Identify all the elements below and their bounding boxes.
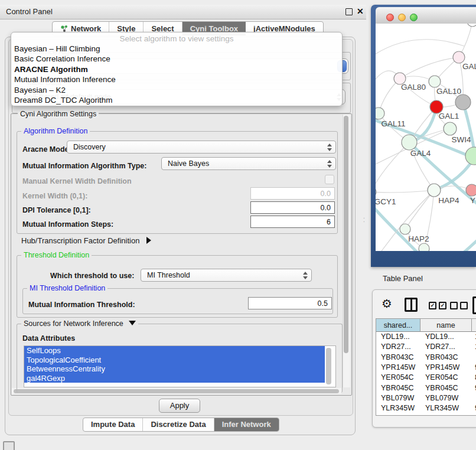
table-cell: YIL052C — [425, 414, 454, 416]
network-node-gal10[interactable] — [429, 76, 441, 87]
column-header-name[interactable]: name — [420, 319, 472, 332]
table-panel-window: ⚙ ✓ ✓ shared... name YDL19...YDL19...13Y… — [372, 289, 476, 428]
tab-infer-network[interactable]: Infer Network — [214, 418, 279, 431]
gear-icon[interactable]: ⚙ — [382, 296, 392, 311]
network-window-titlebar[interactable] — [376, 7, 476, 24]
network-node-swi4[interactable] — [444, 122, 457, 135]
checked-box-icon[interactable]: ✓ — [429, 302, 436, 309]
network-node-gal11[interactable] — [376, 107, 384, 119]
attribute-item-topologicalcoefficient[interactable]: TopologicalCoefficient — [24, 356, 325, 365]
network-node-y[interactable] — [466, 184, 476, 196]
network-node[interactable] — [419, 243, 429, 251]
algorithm-definition-title: Algorithm Definition — [21, 127, 90, 135]
algorithm-option-basic-correlation-inference[interactable]: Basic Correlation Inference — [11, 54, 342, 64]
mi-steps-field[interactable]: 6 — [250, 216, 335, 228]
network-node[interactable] — [465, 147, 476, 165]
expander-arrow-right-icon[interactable] — [146, 237, 151, 244]
network-node[interactable] — [467, 24, 476, 27]
algorithm-option-mutual-information-inference[interactable]: Mutual Information Inference — [11, 74, 342, 84]
table-row[interactable]: YLR345WYLR345W9. — [376, 403, 476, 413]
close-icon[interactable]: ✕ — [357, 6, 364, 16]
table-cell: YLR345W — [425, 404, 459, 412]
mi-steps-label: Mutual Information Steps: — [22, 220, 113, 229]
attribute-item-gal4rgexp[interactable]: gal4RGexp — [24, 374, 325, 383]
network-node-hap2[interactable] — [400, 224, 410, 234]
splitter-handle[interactable]: ∙∙ — [363, 216, 366, 223]
table-row[interactable]: YBR043CYBR043C — [376, 353, 476, 363]
table-cell: YBL079W — [381, 394, 414, 402]
column-header-shared-name[interactable]: shared... — [376, 319, 420, 332]
network-edge[interactable] — [400, 57, 459, 79]
network-node-gcy1[interactable] — [376, 187, 376, 197]
table-cell: YBR045C — [381, 384, 414, 392]
zoom-traffic-light-icon[interactable] — [410, 14, 418, 21]
list-vertical-scrollbar-thumb[interactable] — [326, 348, 331, 384]
kernel-width-label: Kernel Width (0,1): — [22, 192, 87, 200]
collapsed-panel-icon[interactable] — [3, 441, 15, 450]
expander-arrow-down-icon[interactable] — [129, 321, 136, 325]
chevron-updown-icon — [327, 160, 332, 168]
document-icon[interactable] — [472, 296, 476, 314]
algorithm-option-dream8-dc-tdc-algorithm[interactable]: Dream8 DC_TDC Algorithm — [11, 95, 342, 105]
algorithm-option-aracne-algorithm[interactable]: ARACNE Algorithm — [11, 64, 342, 74]
sources-title-label: Sources for Network Inference — [24, 319, 123, 328]
mi-type-combobox[interactable]: Naive Bayes — [161, 157, 336, 170]
float-window-icon[interactable] — [345, 8, 353, 15]
control-panel-title: Control Panel — [6, 7, 53, 16]
aracne-mode-value: Discovery — [73, 143, 106, 151]
aracne-mode-combobox[interactable]: Discovery — [67, 141, 336, 154]
sources-group-title[interactable]: Sources for Network Inference — [21, 319, 138, 328]
network-edge[interactable] — [435, 227, 476, 251]
table-row[interactable]: YPR145WYPR145W9. — [376, 363, 476, 373]
table-row[interactable]: YDR27...YDR27...12 — [376, 342, 476, 352]
hub-definition-expander[interactable]: Hub/Transcription Factor Definition — [21, 236, 151, 245]
algorithm-option-bayesian-k2[interactable]: Bayesian – K2 — [11, 85, 342, 95]
table-row[interactable]: YIL052CYIL052C — [376, 413, 476, 416]
network-edge[interactable] — [376, 40, 464, 58]
table-row[interactable]: YBR045CYBR045C9. — [376, 383, 476, 393]
dpi-tolerance-field[interactable]: 0.0 — [250, 201, 335, 214]
network-graph[interactable]: GALGAL80GAL10GAL1GAL11SWI4GAL4HAP4YGCY1H… — [376, 24, 476, 251]
unchecked-box-icon[interactable] — [450, 302, 458, 309]
minimize-traffic-light-icon[interactable] — [398, 14, 406, 21]
table-cell: YDR27... — [381, 343, 411, 351]
table-row[interactable]: YBL079WYBL079W — [376, 393, 476, 403]
network-edge[interactable] — [376, 190, 434, 193]
apply-button[interactable]: Apply — [159, 399, 200, 413]
algorithm-option-bayesian-hill-climbing[interactable]: Bayesian – Hill Climbing — [11, 44, 342, 54]
which-threshold-combobox[interactable]: MI Threshold — [141, 269, 312, 282]
algorithm-dropdown-popup: Select algorithm to view settings Bayesi… — [11, 32, 343, 106]
split-columns-icon[interactable] — [405, 298, 418, 312]
manual-kernel-label: Manual Kernel Width Definition — [22, 177, 132, 185]
unchecked-box-icon[interactable] — [460, 302, 468, 309]
table-cell: YDL19... — [425, 332, 454, 341]
node-table[interactable]: shared... name YDL19...YDL19...13YDR27..… — [376, 318, 476, 416]
table-row[interactable]: YER054CYER054C8. — [376, 373, 476, 383]
network-canvas[interactable]: GALGAL80GAL10GAL1GAL11SWI4GAL4HAP4YGCY1H… — [376, 24, 476, 251]
tab-impute-data[interactable]: Impute Data — [83, 418, 143, 431]
table-cell: YDL19... — [381, 332, 410, 341]
tab-discretize-data[interactable]: Discretize Data — [143, 418, 214, 431]
mi-threshold-label: Mutual Information Threshold: — [28, 301, 135, 309]
attribute-item-selfloops[interactable]: SelfLoops — [24, 346, 325, 356]
network-node-gal4[interactable] — [402, 135, 417, 150]
network-node[interactable] — [455, 94, 471, 110]
network-node-gal[interactable] — [453, 51, 465, 63]
mi-threshold-field[interactable]: 0.5 — [248, 297, 332, 309]
settings-vertical-scrollbar-thumb[interactable] — [344, 116, 348, 353]
network-node-hap4[interactable] — [428, 184, 441, 197]
table-cell: YER054C — [381, 373, 414, 381]
checked-box-icon[interactable]: ✓ — [439, 302, 446, 309]
network-view-window[interactable]: GALGAL80GAL10GAL1GAL11SWI4GAL4HAP4YGCY1H… — [371, 5, 476, 267]
node-label: HAP4 — [438, 196, 459, 205]
hub-definition-label: Hub/Transcription Factor Definition — [21, 236, 139, 245]
kernel-width-field[interactable]: 0.0 — [250, 187, 335, 200]
close-traffic-light-icon[interactable] — [386, 14, 394, 21]
column-header-partial[interactable] — [472, 319, 476, 332]
manual-kernel-checkbox[interactable] — [325, 175, 334, 184]
table-row[interactable]: YDL19...YDL19...13 — [376, 332, 476, 342]
attribute-item-betweennesscentrality[interactable]: BetweennessCentrality — [24, 364, 325, 374]
data-attributes-list[interactable]: SelfLoopsTopologicalCoefficientBetweenne… — [24, 345, 336, 387]
table-cell: YLR345W — [381, 404, 415, 412]
threshold-definition-title: Threshold Definition — [21, 251, 92, 259]
